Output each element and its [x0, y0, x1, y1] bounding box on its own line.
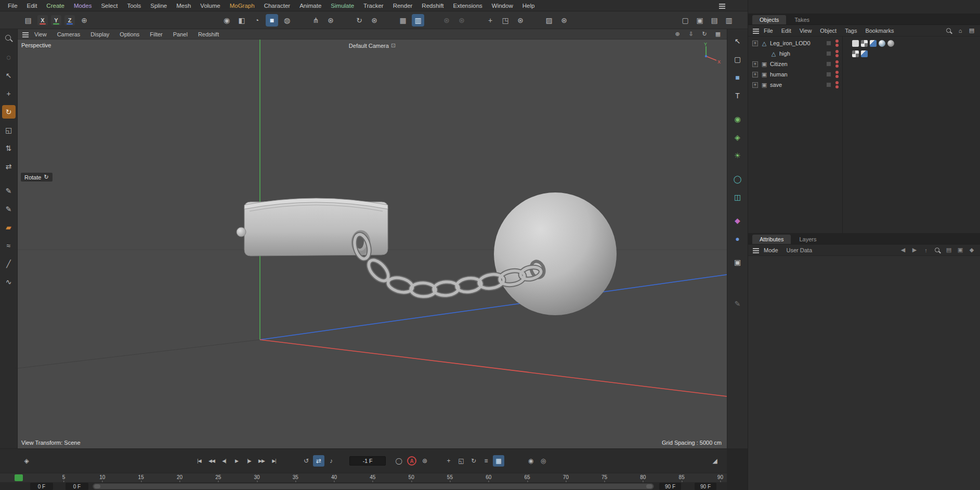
object-manager-menu-item[interactable]: Object [816, 28, 841, 34]
render-visibility-dot[interactable] [835, 44, 839, 47]
toggle-views-icon[interactable]: ▦ [713, 30, 723, 39]
menubar-item[interactable]: Edit [22, 0, 42, 11]
menubar-item[interactable]: Animate [295, 0, 326, 11]
object-name[interactable]: Citizen [770, 61, 788, 67]
prev-frame-button[interactable]: ◀| [218, 455, 230, 467]
render-view-icon[interactable]: ▨ [543, 14, 555, 27]
search-commander-icon[interactable] [2, 32, 16, 46]
object-manager-menu-item[interactable]: View [795, 28, 816, 34]
object-row[interactable]: + Citizen [748, 59, 980, 69]
range-end-field[interactable]: 90 F [695, 483, 716, 490]
render-visibility-dot[interactable] [835, 75, 839, 78]
menubar-item[interactable]: Window [487, 0, 518, 11]
visibility-dots[interactable] [835, 71, 846, 78]
editor-visibility-dot[interactable] [835, 81, 839, 84]
menubar-item[interactable]: Create [42, 0, 69, 11]
prev-key-button[interactable]: ◀◀ [206, 455, 217, 467]
goto-end-button[interactable]: ▶| [268, 455, 280, 467]
viewport-hamburger-icon[interactable] [22, 31, 29, 38]
timeline-ruler[interactable]: 5 10 15 20 25 30 35 40 45 50 55 60 [0, 473, 727, 482]
editor-visibility-dot[interactable] [835, 50, 839, 53]
cloth-icon[interactable]: ◯ [731, 172, 744, 186]
camera-label[interactable]: Default Camera ⊡ [349, 42, 396, 49]
menubar-item[interactable]: File [3, 0, 22, 11]
cube-object-icon[interactable]: ■ [266, 14, 278, 27]
manager-tab[interactable]: Takes [787, 15, 817, 24]
editor-visibility-dot[interactable] [835, 71, 839, 74]
expand-icon[interactable]: + [752, 61, 758, 67]
timeline-mode-icon[interactable]: ◢ [709, 455, 721, 467]
menubar-item[interactable]: Spline [146, 0, 172, 11]
region-icon[interactable]: ▢ [731, 53, 744, 66]
current-frame-field[interactable]: -1 F [349, 456, 386, 466]
visibility-dots[interactable] [835, 40, 846, 47]
viewport-menu-item[interactable]: Filter [145, 29, 167, 40]
loop-button[interactable]: ⇄ [313, 455, 324, 467]
menubar-item[interactable]: Render [388, 0, 417, 11]
render-settings-icon[interactable]: ⊛ [558, 14, 570, 27]
attributes-hamburger-icon[interactable] [752, 247, 760, 254]
menubar-item[interactable]: Help [518, 0, 540, 11]
view-label[interactable]: Perspective [21, 42, 51, 48]
object-manager-menu-item[interactable]: File [760, 28, 777, 34]
viewport-menu-item[interactable]: Redshift [193, 29, 224, 40]
range-start-field[interactable]: 0 F [30, 483, 53, 490]
axis-mode-icon[interactable]: + [484, 14, 496, 27]
move-tool-icon[interactable]: + [2, 87, 16, 100]
visibility-dots[interactable] [835, 81, 846, 88]
stage-object-icon[interactable] [731, 274, 744, 287]
scale-tool-icon[interactable]: ◱ [2, 123, 16, 137]
search-icon[interactable] [933, 246, 942, 254]
enable-toggle[interactable] [826, 72, 831, 77]
record-button[interactable]: ◯ [393, 455, 404, 467]
view-cube-icon[interactable]: ■ [731, 71, 744, 84]
object-row[interactable]: + save [748, 80, 980, 90]
home-icon[interactable]: ⌂ [956, 27, 964, 35]
snap-icon[interactable]: ▥ [412, 14, 424, 27]
enable-toggle[interactable] [826, 61, 831, 67]
filter-icon[interactable]: ▤ [945, 246, 953, 254]
play-button[interactable]: ▶ [231, 455, 242, 467]
enable-toggle[interactable] [826, 82, 831, 87]
select-cursor-icon[interactable]: ↖ [731, 34, 744, 48]
menubar-item[interactable]: Mesh [172, 0, 195, 11]
phong-tag[interactable] [879, 40, 885, 47]
render-visibility-dot[interactable] [835, 54, 839, 57]
key-navigation-icon[interactable]: ◈ [21, 455, 32, 467]
menubar-item[interactable]: Tracker [359, 0, 388, 11]
tool-history-icon[interactable]: ⇄ [2, 160, 16, 173]
attributes-mode-menu[interactable]: Mode [760, 247, 782, 253]
connector-icon[interactable]: ◈ [731, 131, 744, 144]
display-tag[interactable] [852, 40, 859, 47]
knife-tool-icon[interactable]: ╱ [2, 257, 16, 270]
pan-view-icon[interactable]: ⊕ [673, 30, 682, 39]
next-frame-button[interactable]: |▶ [243, 455, 255, 467]
gear-dim2-icon[interactable]: ⊛ [455, 14, 468, 27]
play-mode-button[interactable]: ↺ [300, 455, 312, 467]
next-key-button[interactable]: ▶▶ [256, 455, 267, 467]
key-position-button[interactable]: + [443, 455, 454, 467]
key-scale-button[interactable]: ◱ [455, 455, 467, 467]
object-manager-menu-item[interactable]: Tags [841, 28, 861, 34]
viewport-canvas[interactable] [18, 40, 727, 448]
viewport-menu-item[interactable]: Panel [168, 29, 193, 40]
menubar-hamburger-icon[interactable] [718, 2, 726, 9]
filter-icon[interactable]: ▤ [968, 27, 976, 35]
workflow-icon[interactable]: ▤ [22, 14, 34, 27]
preview-end-field[interactable]: 90 F [659, 483, 681, 490]
modeling-tool-icon[interactable]: ⋔ [309, 14, 322, 27]
layout-panel-icon[interactable]: ▢ [679, 14, 691, 27]
menubar-item[interactable]: Character [259, 0, 295, 11]
camera-object-icon[interactable]: ▣ [731, 255, 744, 269]
place-tool-icon[interactable]: ◉ [220, 14, 233, 27]
pen-tool-icon[interactable]: ✎ [2, 184, 16, 198]
viewport-menu-item[interactable]: Options [114, 29, 145, 40]
sound-button[interactable]: ♪ [325, 455, 337, 467]
selection-combo-icon[interactable]: ⇅ [2, 141, 16, 155]
rotate-view-icon[interactable]: ↻ [700, 30, 709, 39]
attributes-tab[interactable]: Layers [792, 235, 824, 244]
viewport-menu-item[interactable]: Cameras [52, 29, 86, 40]
text-tool-icon[interactable]: T [731, 89, 744, 102]
object-manager-menu-item[interactable]: Edit [777, 28, 795, 34]
volume-object-icon[interactable]: ◍ [281, 14, 293, 27]
